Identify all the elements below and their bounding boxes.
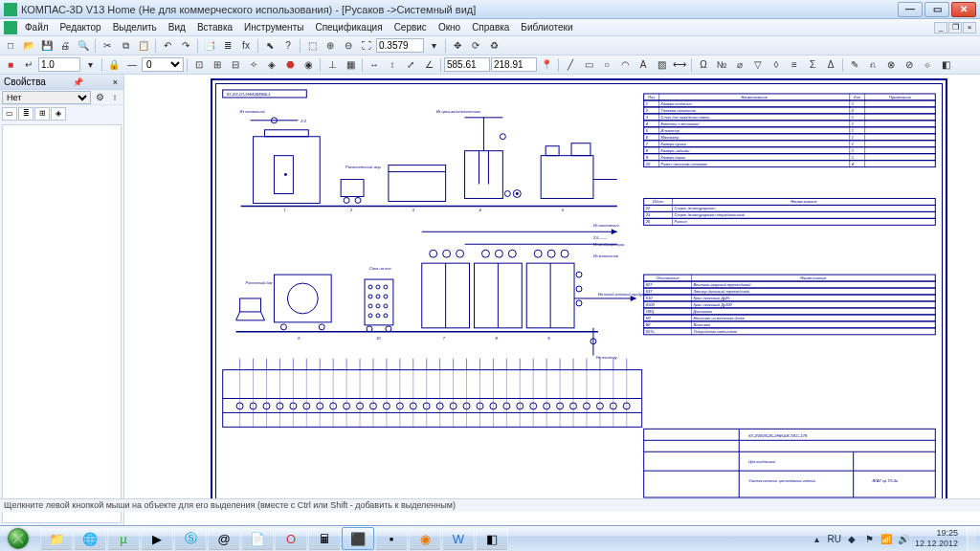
panel-tab-4[interactable]: ◈: [51, 107, 66, 121]
menu-editor[interactable]: Редактор: [55, 20, 107, 34]
step-select[interactable]: 0: [142, 57, 184, 72]
undo-button[interactable]: ↶: [159, 38, 176, 54]
zoomfit-button[interactable]: ⛶: [358, 38, 375, 54]
snap3-button[interactable]: ⊟: [227, 57, 244, 73]
snap7-button[interactable]: ◉: [300, 57, 317, 73]
snap4-button[interactable]: ✧: [245, 57, 262, 73]
panel-tab-3[interactable]: ⊞: [34, 107, 50, 121]
start-button[interactable]: [0, 526, 36, 552]
geom-arc[interactable]: ◠: [616, 57, 634, 73]
snap2-button[interactable]: ⊞: [209, 57, 226, 73]
geom-dim[interactable]: ⟷: [671, 57, 688, 73]
paste-button[interactable]: 📋: [135, 38, 152, 54]
menu-file[interactable]: Файл: [19, 20, 55, 34]
annot6-button[interactable]: ≡: [786, 57, 803, 73]
tray-volume-icon[interactable]: 🔊: [898, 533, 910, 545]
doc-menu-icon[interactable]: [4, 21, 17, 34]
ortho-button[interactable]: ⊥: [323, 57, 341, 73]
apply-button[interactable]: ↵: [20, 57, 37, 73]
open-button[interactable]: 📂: [20, 38, 37, 54]
panel-filter-btn[interactable]: ⚙: [93, 91, 106, 103]
edit2-button[interactable]: ⎌: [864, 57, 881, 73]
grid-button[interactable]: ▦: [342, 57, 359, 73]
dim2-button[interactable]: ↕: [384, 57, 401, 73]
annot7-button[interactable]: Σ: [804, 57, 821, 73]
edit6-button[interactable]: ◧: [937, 57, 954, 73]
maximize-button[interactable]: ▭: [924, 2, 949, 17]
task-terminal[interactable]: ▪: [375, 527, 408, 550]
dim1-button[interactable]: ↔: [366, 57, 383, 73]
preview-button[interactable]: 🔍: [75, 38, 92, 54]
task-word[interactable]: W: [442, 527, 475, 550]
geom-text[interactable]: A: [635, 57, 652, 73]
dim3-button[interactable]: ⤢: [402, 57, 419, 73]
pan-button[interactable]: ✥: [449, 38, 466, 54]
new-button[interactable]: □: [2, 38, 19, 54]
task-mail[interactable]: @: [208, 527, 240, 550]
geom-hatch[interactable]: ▨: [653, 57, 670, 73]
task-chrome[interactable]: 🌐: [74, 527, 106, 550]
task-skype[interactable]: Ⓢ: [174, 527, 207, 550]
annot1-button[interactable]: Ω: [695, 57, 712, 73]
redo-button[interactable]: ↷: [177, 38, 194, 54]
scale-input[interactable]: [38, 57, 80, 72]
lock-button[interactable]: 🔒: [105, 57, 122, 73]
panel-pin[interactable]: 📌: [71, 77, 85, 87]
task-media[interactable]: ◉: [409, 527, 441, 550]
task-calc[interactable]: 🖩: [308, 527, 341, 550]
geom-circle[interactable]: ○: [598, 57, 615, 73]
stop-button[interactable]: ■: [2, 57, 19, 73]
task-app2[interactable]: ◧: [476, 527, 508, 550]
task-explorer[interactable]: 📁: [40, 527, 73, 550]
panel-close[interactable]: ×: [111, 77, 120, 87]
tray-app1-icon[interactable]: ◆: [846, 533, 858, 545]
cursor-button[interactable]: ⬉: [261, 38, 278, 54]
tray-network-icon[interactable]: 📶: [880, 533, 893, 545]
coord-y[interactable]: [491, 57, 537, 72]
save-button[interactable]: 💾: [38, 38, 56, 54]
mdi-minimize[interactable]: _: [934, 22, 947, 33]
vars-button[interactable]: fx: [237, 38, 255, 54]
zoomin-button[interactable]: ⊕: [322, 38, 339, 54]
task-opera[interactable]: O: [275, 527, 307, 550]
edit5-button[interactable]: ⟐: [919, 57, 936, 73]
tray-clock[interactable]: 19:2512.12.2012: [915, 528, 962, 549]
mdi-restore[interactable]: ❐: [948, 22, 962, 33]
edit4-button[interactable]: ⊘: [901, 57, 918, 73]
menu-insert[interactable]: Вставка: [191, 20, 238, 34]
refresh-button[interactable]: ♻: [485, 38, 502, 54]
task-notes[interactable]: 📄: [241, 527, 274, 550]
edit3-button[interactable]: ⊗: [882, 57, 900, 73]
menu-select[interactable]: Выделить: [107, 20, 163, 34]
coord-x[interactable]: [444, 57, 490, 72]
tray-lang[interactable]: RU: [828, 534, 841, 544]
layers-button[interactable]: ≣: [219, 38, 236, 54]
menu-help[interactable]: Справка: [466, 20, 515, 34]
copy-button[interactable]: ⧉: [117, 38, 134, 54]
panel-filter-select[interactable]: Нет: [2, 91, 91, 104]
menu-libs[interactable]: Библиотеки: [515, 20, 578, 34]
annot8-button[interactable]: Δ: [822, 57, 839, 73]
annot5-button[interactable]: ◊: [768, 57, 785, 73]
props-button[interactable]: 📑: [201, 38, 218, 54]
snap6-button[interactable]: ⬣: [281, 57, 299, 73]
task-utorrent[interactable]: µ: [107, 527, 140, 550]
edit1-button[interactable]: ✎: [846, 57, 863, 73]
annot4-button[interactable]: ▽: [749, 57, 767, 73]
task-player[interactable]: ▶: [141, 527, 173, 550]
coord-lock[interactable]: 📍: [538, 57, 555, 73]
panel-tab-2[interactable]: ≣: [18, 107, 33, 121]
zoom-input[interactable]: [376, 38, 424, 53]
linestyle-button[interactable]: —: [123, 57, 141, 73]
panel-sort-btn[interactable]: ↕: [108, 91, 122, 103]
geom-line[interactable]: ╱: [562, 57, 579, 73]
zoom-dropdown[interactable]: ▾: [425, 38, 442, 54]
geom-rect[interactable]: ▭: [580, 57, 597, 73]
mdi-close[interactable]: ×: [963, 22, 976, 33]
annot3-button[interactable]: ⌀: [731, 57, 748, 73]
help-cursor-button[interactable]: ?: [279, 38, 297, 54]
task-kompas[interactable]: ⬛: [342, 527, 374, 550]
snap5-button[interactable]: ◈: [263, 57, 280, 73]
print-button[interactable]: 🖨: [56, 38, 74, 54]
dim4-button[interactable]: ∠: [420, 57, 437, 73]
